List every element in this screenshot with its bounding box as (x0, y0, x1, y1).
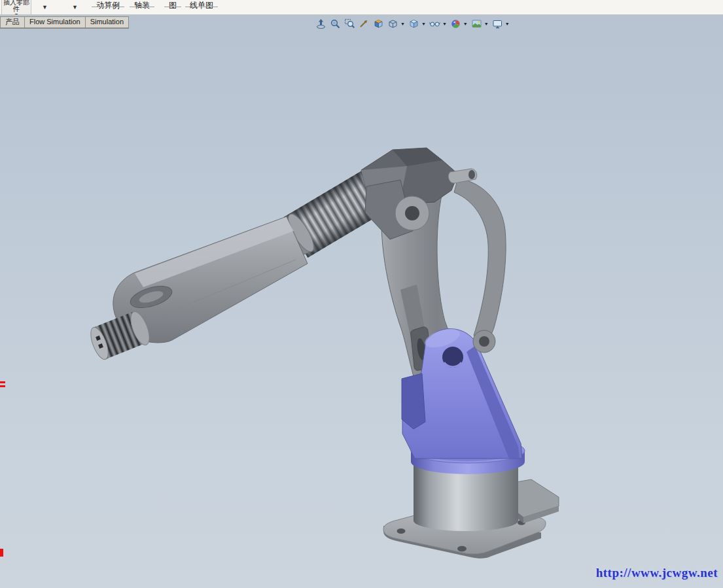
dropdown-arrow[interactable]: ▼ (400, 22, 405, 26)
hide-show-items-icon[interactable] (429, 18, 440, 29)
heads-up-toolbar: ▼ ▼ ▼ ▼ ▼ ▼ (315, 18, 510, 29)
edge-mark-red (0, 549, 3, 557)
graphics-viewport[interactable]: 产品 Flow Simulation Simulation ▼ ▼ (0, 15, 723, 588)
view-cube-icon[interactable] (373, 18, 384, 29)
toolbar-dropdown-1[interactable]: ▼ (42, 4, 48, 10)
apply-scene-icon[interactable] (471, 18, 482, 29)
toolbar-button-3[interactable]: 图 (169, 0, 177, 11)
display-style-icon[interactable] (387, 18, 398, 29)
insert-component-label: 插入零部件 (2, 0, 31, 12)
edit-appearance-icon[interactable] (450, 18, 461, 29)
dropdown-arrow[interactable]: ▼ (505, 22, 510, 26)
edge-mark-red (0, 385, 5, 387)
chevron-down-icon: ▼ (2, 12, 31, 15)
view-orientation-icon[interactable] (315, 18, 326, 29)
tab-simulation[interactable]: Simulation (85, 16, 129, 28)
dropdown-arrow[interactable]: ▼ (442, 22, 447, 26)
document-tabs: 产品 Flow Simulation Simulation (0, 16, 129, 29)
elbow-housing[interactable] (361, 148, 458, 239)
zoom-to-fit-icon[interactable] (330, 18, 341, 29)
link-rod[interactable] (454, 178, 506, 353)
view-settings-icon[interactable] (492, 18, 503, 29)
insert-component-button[interactable]: 插入零部件 ▼ (1, 0, 31, 15)
toolbar-button-4[interactable]: 线单图 (190, 0, 213, 11)
edge-mark-red (0, 381, 5, 383)
watermark: http://www.jcwgw.net (596, 566, 718, 580)
previous-view-icon[interactable] (359, 18, 370, 29)
dropdown-arrow[interactable]: ▼ (421, 22, 426, 26)
top-toolbar: 插入零部件 ▼ ▼ ▼ 动算例 轴装 图 线单图 (0, 0, 723, 15)
dropdown-arrow[interactable]: ▼ (484, 22, 489, 26)
tab-product[interactable]: 产品 (0, 16, 24, 28)
draft-quality-icon[interactable] (408, 18, 419, 29)
dropdown-arrow[interactable]: ▼ (463, 22, 468, 26)
robot-arm-model[interactable] (0, 15, 723, 588)
toolbar-dropdown-2[interactable]: ▼ (72, 4, 78, 10)
toolbar-button-2[interactable]: 轴装 (134, 0, 150, 11)
toolbar-button-motion-study[interactable]: 动算例 (96, 0, 120, 11)
zoom-to-area-icon[interactable] (344, 18, 355, 29)
tab-flow-simulation[interactable]: Flow Simulation (24, 16, 85, 28)
